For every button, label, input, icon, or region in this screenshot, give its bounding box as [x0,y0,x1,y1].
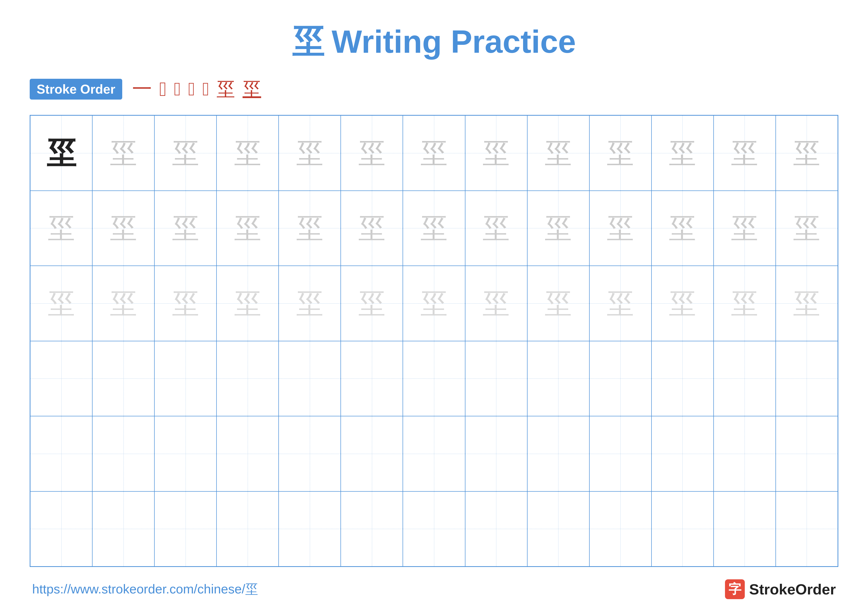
grid-cell[interactable]: 坙 [403,191,465,266]
grid-cell[interactable]: 坙 [279,191,341,266]
stroke-order-badge: Stroke Order [30,79,122,99]
grid-cell[interactable]: 坙 [217,115,279,191]
grid-cell[interactable]: 坙 [154,115,217,191]
grid-cell[interactable]: 坙 [279,115,341,191]
grid-cell[interactable] [92,416,154,491]
footer-logo-icon: 字 [725,579,745,599]
grid-cell[interactable]: 坙 [30,266,92,341]
grid-cell[interactable]: 坙 [776,115,838,191]
grid-cell[interactable] [776,341,838,417]
grid-cell[interactable] [341,416,403,491]
footer: https://www.strokeorder.com/chinese/坙 字 … [30,579,838,599]
grid-cell[interactable]: 坙 [589,266,651,341]
grid-cell[interactable] [714,341,776,417]
practice-grid: 坙坙坙坙坙坙坙坙坙坙坙坙坙坙坙坙坙坙坙坙坙坙坙坙坙坙坙坙坙坙坙坙坙坙坙坙坙坙坙 [30,115,838,567]
grid-cell[interactable] [154,491,217,567]
grid-cell[interactable] [92,491,154,567]
grid-cell[interactable] [589,341,651,417]
grid-cell[interactable]: 坙 [154,191,217,266]
grid-cell[interactable] [217,341,279,417]
grid-cell[interactable] [154,416,217,491]
grid-cell[interactable]: 坙 [403,115,465,191]
grid-cell[interactable] [527,491,589,567]
grid-cell[interactable] [465,341,527,417]
grid-cell[interactable] [92,341,154,417]
grid-cell[interactable]: 坙 [403,266,465,341]
grid-cell[interactable] [589,416,651,491]
grid-cell[interactable] [527,416,589,491]
grid-cell[interactable] [30,416,92,491]
grid-cell[interactable]: 坙 [217,191,279,266]
grid-cell[interactable]: 坙 [589,191,651,266]
grid-cell[interactable]: 坙 [589,115,651,191]
grid-cell[interactable] [217,491,279,567]
grid-cell[interactable]: 坙 [341,191,403,266]
grid-cell[interactable]: 坙 [30,115,92,191]
grid-cell[interactable]: 坙 [714,191,776,266]
grid-cell[interactable]: 坙 [651,266,714,341]
grid-cell[interactable]: 坙 [651,191,714,266]
grid-cell[interactable]: 坙 [465,115,527,191]
grid-cell[interactable] [30,341,92,417]
grid-cell[interactable]: 坙 [30,191,92,266]
footer-logo: 字 StrokeOrder [725,579,836,599]
grid-cell[interactable]: 坙 [776,191,838,266]
grid-cell[interactable] [403,491,465,567]
grid-cell[interactable] [403,416,465,491]
grid-cell[interactable] [651,341,714,417]
grid-cell[interactable] [589,491,651,567]
grid-cell[interactable] [651,416,714,491]
grid-cell[interactable] [403,341,465,417]
grid-cell[interactable]: 坙 [217,266,279,341]
stroke-step-7: 坙 [242,77,261,102]
grid-cell[interactable]: 坙 [92,191,154,266]
footer-url[interactable]: https://www.strokeorder.com/chinese/坙 [32,581,258,598]
title-area: 坙 Writing Practice [30,20,838,64]
grid-cell[interactable]: 坙 [527,191,589,266]
grid-cell[interactable]: 坙 [527,266,589,341]
grid-cell[interactable]: 坙 [465,266,527,341]
grid-cell[interactable] [341,491,403,567]
grid-cell[interactable] [776,416,838,491]
grid-cell[interactable]: 坙 [776,266,838,341]
grid-cell[interactable] [714,491,776,567]
grid-cell[interactable] [279,341,341,417]
grid-cell[interactable]: 坙 [651,115,714,191]
grid-cell[interactable]: 坙 [279,266,341,341]
stroke-steps: 一 𠃋 𠂇 𢀖 𢀗 坙 坙 [132,76,261,103]
grid-cell[interactable] [714,416,776,491]
grid-cell[interactable]: 坙 [341,266,403,341]
footer-logo-text: StrokeOrder [749,581,836,598]
stroke-step-3: 𠂇 [174,79,181,100]
grid-cell[interactable]: 坙 [341,115,403,191]
grid-cell[interactable]: 坙 [92,115,154,191]
grid-cell[interactable]: 坙 [714,266,776,341]
grid-cell[interactable] [30,491,92,567]
title-text: Writing Practice [332,23,576,60]
grid-cell[interactable]: 坙 [92,266,154,341]
grid-cell[interactable]: 坙 [154,266,217,341]
title-character: 坙 [292,20,324,64]
stroke-step-5: 𢀗 [202,79,209,100]
stroke-step-2: 𠃋 [160,78,166,101]
stroke-order-row: Stroke Order 一 𠃋 𠂇 𢀖 𢀗 坙 坙 [30,76,838,103]
page: 坙 Writing Practice Stroke Order 一 𠃋 𠂇 𢀖 … [0,0,868,614]
grid-cell[interactable] [279,491,341,567]
stroke-step-4: 𢀖 [188,79,195,100]
grid-cell[interactable] [465,491,527,567]
grid-cell[interactable] [651,491,714,567]
grid-cell[interactable] [279,416,341,491]
grid-cell[interactable]: 坙 [527,115,589,191]
stroke-step-6: 坙 [217,77,235,102]
grid-cell[interactable] [341,341,403,417]
grid-cell[interactable] [527,341,589,417]
grid-cell[interactable]: 坙 [465,191,527,266]
grid-cell[interactable] [465,416,527,491]
grid-cell[interactable] [776,491,838,567]
grid-cell[interactable] [154,341,217,417]
grid-cell[interactable] [217,416,279,491]
grid-cell[interactable]: 坙 [714,115,776,191]
stroke-step-1: 一 [132,76,152,103]
